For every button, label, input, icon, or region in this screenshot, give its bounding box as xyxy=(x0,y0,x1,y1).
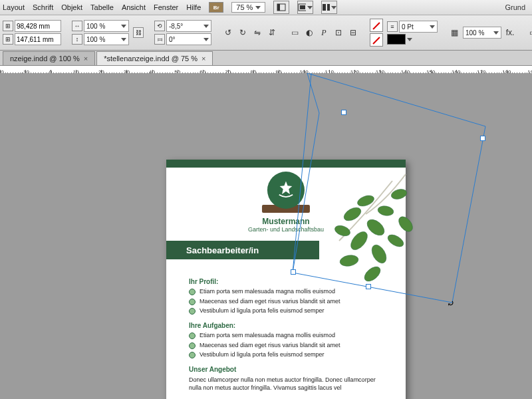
bullet-icon xyxy=(189,289,196,295)
svg-rect-1 xyxy=(277,4,280,11)
width-icon: ↔ xyxy=(72,21,82,31)
fill-none-icon[interactable] xyxy=(370,19,383,32)
list-item: Vestibulum id ligula porta felis euismod… xyxy=(189,307,390,315)
svg-point-17 xyxy=(396,214,416,234)
scale-y-field[interactable]: 100 % xyxy=(84,33,129,45)
fit-content-icon[interactable]: ⊡ xyxy=(332,27,344,39)
ref-point-icon-2[interactable]: ⊞ xyxy=(3,34,13,45)
y-field[interactable] xyxy=(15,33,61,45)
tab-inactive[interactable]: nzeige.indd @ 100 %× xyxy=(3,51,95,65)
menu-schrift[interactable]: Schrift xyxy=(33,3,53,11)
rotate-ccw-icon[interactable]: ↺ xyxy=(222,27,234,39)
selection-handle[interactable] xyxy=(341,110,346,115)
menu-hilfe[interactable]: Hilfe xyxy=(186,3,201,11)
stroke-weight-icon: ≡ xyxy=(387,21,398,32)
rotate-field[interactable]: -8,5° xyxy=(166,20,211,32)
stroke-style-swatch[interactable] xyxy=(387,34,406,45)
svg-point-12 xyxy=(369,243,390,266)
stroke-none-icon[interactable] xyxy=(370,33,383,47)
zoom-level[interactable]: 75 % xyxy=(231,2,265,13)
menu-layout[interactable]: Layout xyxy=(3,3,25,11)
company-name: Mustermann xyxy=(248,217,324,226)
list-item: Etiam porta sem malesuada magna mollis e… xyxy=(189,288,390,296)
x-field[interactable] xyxy=(15,20,61,32)
bullet-icon xyxy=(189,352,196,358)
arrange-icon[interactable] xyxy=(321,1,337,14)
select-content-icon[interactable]: ◐ xyxy=(303,27,315,39)
company-logo: Mustermann Garten- und Landschaftsbau xyxy=(248,172,324,233)
fx-icon[interactable]: fx. xyxy=(504,27,516,39)
svg-point-11 xyxy=(339,254,359,268)
section-heading: Ihre Aufgaben: xyxy=(189,322,390,329)
link-icon[interactable]: ⛓ xyxy=(133,27,144,38)
list-item: Etiam porta sem malesuada magna mollis e… xyxy=(189,332,390,340)
document-page[interactable]: Mustermann Garten- und Landschaftsbau Sa… xyxy=(166,160,406,399)
svg-point-10 xyxy=(348,229,370,253)
effects-icon[interactable]: ▦ xyxy=(448,27,460,39)
fit-frame-icon[interactable]: ⊟ xyxy=(347,27,359,39)
svg-point-13 xyxy=(386,232,406,249)
list-item: Maecenas sed diam eget risus varius blan… xyxy=(189,298,390,306)
svg-point-15 xyxy=(333,223,351,237)
menu-objekt[interactable]: Objekt xyxy=(61,3,82,11)
tab-active[interactable]: *stellenanzeige.indd @ 75 %× xyxy=(96,51,213,65)
shear-field[interactable]: 0° xyxy=(166,33,211,45)
section-heading: Unser Angebot xyxy=(189,366,390,373)
page-body: Ihr Profil: Etiam porta sem malesuada ma… xyxy=(189,271,390,394)
logo-badge-icon xyxy=(267,172,305,209)
list-item: Vestibulum id ligula porta felis euismod… xyxy=(189,351,390,359)
screen-mode-icon[interactable] xyxy=(297,1,313,14)
svg-point-9 xyxy=(377,205,394,217)
menu-tabelle[interactable]: Tabelle xyxy=(90,3,114,11)
control-bar: ⊞ ⊞ ↔100 % ↕100 % ⛓ ⟲-8,5° ⧦0° ↺ ↻ ⇋ ⇵ ▭… xyxy=(0,15,532,51)
svg-point-8 xyxy=(364,216,388,238)
view-mode-icon[interactable] xyxy=(273,1,289,14)
selection-handle[interactable] xyxy=(480,136,485,141)
height-icon: ↕ xyxy=(72,34,82,45)
close-icon[interactable]: × xyxy=(84,55,88,63)
bullet-icon xyxy=(189,299,196,305)
menu-ansicht[interactable]: Ansicht xyxy=(122,3,146,11)
rotate-cw-icon[interactable]: ↻ xyxy=(237,27,249,39)
menu-bar: Layout Schrift Objekt Tabelle Ansicht Fe… xyxy=(0,0,532,15)
workspace-label[interactable]: Grund xyxy=(505,3,529,11)
bullet-icon xyxy=(189,332,196,339)
bridge-icon[interactable]: Br xyxy=(209,2,223,13)
canvas[interactable]: Mustermann Garten- und Landschaftsbau Sa… xyxy=(0,73,532,399)
list-item: Maecenas sed diam eget risus varius blan… xyxy=(189,342,390,350)
bullet-icon xyxy=(189,308,196,315)
bullet-icon xyxy=(189,342,196,349)
svg-point-7 xyxy=(356,194,375,208)
tasks-list: Etiam porta sem malesuada magna mollis e… xyxy=(189,332,390,359)
offer-text: Donec ullamcorper nulla non metus auctor… xyxy=(189,376,390,392)
svg-rect-4 xyxy=(323,4,326,11)
text-wrap-none-icon[interactable]: ▭ xyxy=(527,27,532,39)
section-heading: Ihr Profil: xyxy=(189,278,390,285)
rotate-icon: ⟲ xyxy=(154,21,165,31)
ref-point-icon[interactable]: ⊞ xyxy=(3,21,13,31)
rotate-cursor-icon: ⤾ xyxy=(447,298,455,309)
opacity-field[interactable]: 100 % xyxy=(463,27,501,39)
flip-h-icon[interactable]: ⇋ xyxy=(251,27,263,39)
paragraph-icon[interactable]: P xyxy=(318,27,330,39)
scale-x-field[interactable]: 100 % xyxy=(84,20,129,32)
close-icon[interactable]: × xyxy=(201,55,205,63)
svg-rect-3 xyxy=(300,5,305,9)
menu-fenster[interactable]: Fenster xyxy=(154,3,178,11)
document-tabs: nzeige.indd @ 100 %× *stellenanzeige.ind… xyxy=(0,51,532,66)
flip-v-icon[interactable]: ⇵ xyxy=(266,27,278,39)
profile-list: Etiam porta sem malesuada magna mollis e… xyxy=(189,288,390,315)
svg-rect-5 xyxy=(327,4,330,11)
page-top-band xyxy=(166,160,406,168)
shear-icon: ⧦ xyxy=(154,34,165,45)
select-container-icon[interactable]: ▭ xyxy=(289,27,301,39)
job-title-bar: Sachbearbeiter/in xyxy=(166,241,319,259)
stroke-weight-field[interactable]: 0 Pt xyxy=(399,21,438,33)
svg-point-16 xyxy=(390,188,408,201)
svg-point-6 xyxy=(342,205,363,223)
company-subtitle: Garten- und Landschaftsbau xyxy=(248,226,324,233)
